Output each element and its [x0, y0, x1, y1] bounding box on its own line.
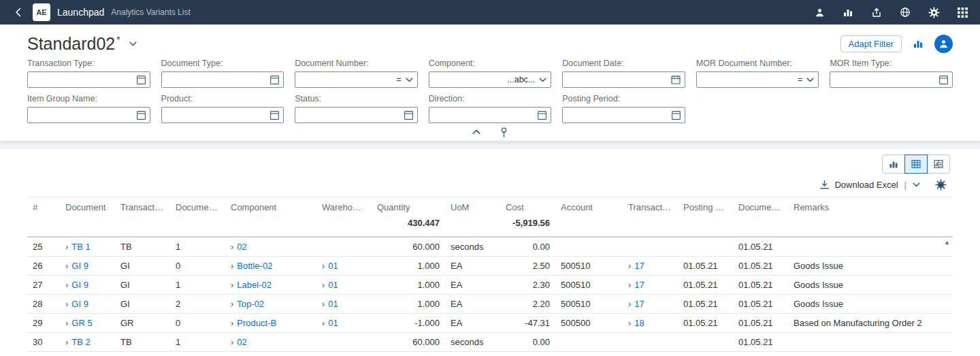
value-help-icon[interactable] — [672, 111, 681, 120]
app-title: Launchpad — [57, 7, 104, 18]
row-index: 28 — [27, 295, 60, 314]
cell-link[interactable]: 17 — [634, 299, 644, 309]
cell-link[interactable]: 02 — [237, 337, 246, 347]
column-header-[interactable]: # — [27, 197, 60, 216]
filter-input-mor-item-type[interactable] — [830, 71, 953, 88]
column-header-document[interactable]: Document... — [170, 197, 225, 216]
table-cell: 1.000 — [372, 257, 445, 276]
filter-input-document-date[interactable] — [562, 71, 685, 88]
table-cell: ›GR 5 — [60, 314, 115, 333]
value-help-icon[interactable] — [939, 76, 948, 84]
cell-link[interactable]: 17 — [634, 261, 644, 271]
filter-input-product[interactable] — [161, 107, 284, 123]
cell-link[interactable]: 01 — [328, 299, 338, 309]
export-icon[interactable] — [870, 5, 883, 19]
value-help-icon[interactable] — [137, 76, 146, 84]
table-view-button[interactable] — [904, 155, 928, 174]
profile-button[interactable] — [934, 35, 953, 53]
page-title[interactable]: Standard02* — [27, 34, 120, 54]
download-menu-chevron-icon[interactable] — [913, 182, 920, 187]
dropdown-icon[interactable] — [806, 78, 814, 82]
table-row[interactable]: 28›GI 9GI2›Top-02›011.000EA2.20500510›17… — [27, 295, 953, 314]
column-header-uom[interactable]: UoM — [445, 197, 500, 216]
cell-link[interactable]: TB 2 — [71, 337, 90, 347]
filter-input-item-group-name[interactable] — [27, 107, 150, 123]
dropdown-icon[interactable] — [406, 78, 413, 82]
cell-link[interactable]: 01 — [328, 261, 338, 271]
column-header-component[interactable]: Component — [225, 197, 316, 216]
collapse-filter-chevron-up-icon[interactable] — [470, 126, 483, 138]
value-help-icon[interactable] — [270, 111, 279, 120]
cell-link[interactable]: Bottle-02 — [237, 261, 272, 271]
operator-label[interactable]: = — [396, 75, 401, 84]
calendar-icon[interactable] — [671, 75, 681, 84]
grid-icon[interactable] — [956, 5, 969, 19]
table-cell: 0 — [170, 257, 225, 276]
scroll-top-icon[interactable]: ▲ — [944, 240, 950, 246]
operator-label[interactable]: = — [798, 75, 802, 84]
table-row[interactable]: 30›TB 2TB1›0260.000seconds0.0001.05.21 — [27, 333, 953, 352]
filter-input-document-number[interactable]: = — [295, 71, 418, 88]
variant-chevron-down-icon[interactable] — [127, 37, 140, 50]
user-icon[interactable] — [813, 5, 826, 19]
filter-input-status[interactable] — [295, 107, 418, 123]
adapt-filter-button[interactable]: Adapt Filter — [840, 35, 902, 52]
chart-view-button[interactable] — [882, 155, 905, 174]
mixed-view-button[interactable] — [927, 155, 950, 174]
value-help-icon[interactable] — [538, 111, 546, 120]
filter-input-direction[interactable] — [429, 107, 552, 123]
column-header-warehouse[interactable]: Warehouse... — [316, 197, 372, 216]
column-header-transaction[interactable]: Transaction... — [115, 197, 170, 216]
cell-link[interactable]: GI 9 — [71, 299, 88, 309]
filter-label: Document Date: — [562, 59, 685, 69]
column-header-remarks[interactable]: Remarks — [788, 197, 953, 216]
value-help-icon[interactable] — [270, 76, 279, 84]
cell-link[interactable]: 02 — [237, 242, 246, 252]
column-header-document[interactable]: Document... — [733, 197, 788, 216]
bar-chart-icon[interactable] — [841, 5, 855, 19]
cell-link[interactable]: GI 9 — [71, 280, 88, 290]
filter-input-document-type[interactable] — [161, 71, 284, 88]
cell-link[interactable]: Label-02 — [237, 280, 272, 290]
filter-input-component[interactable]: ...abc... — [429, 71, 552, 88]
cell-link[interactable]: Product-B — [237, 318, 276, 328]
filter-input-mor-document-number[interactable]: = — [696, 71, 819, 88]
table-row[interactable]: 27›GI 9GI1›Label-02›011.000EA2.30500510›… — [27, 276, 953, 295]
cell-link[interactable]: 01 — [328, 318, 338, 328]
cell-link[interactable]: 01 — [328, 280, 338, 290]
cell-link[interactable]: GI 9 — [71, 261, 88, 271]
column-header-account[interactable]: Account — [555, 197, 623, 216]
column-header-cost[interactable]: Cost — [500, 197, 555, 216]
cell-link[interactable]: GR 5 — [71, 318, 92, 328]
cell-link[interactable]: TB 1 — [71, 242, 90, 252]
cell-link[interactable]: 17 — [634, 280, 644, 290]
pin-filter-icon[interactable] — [497, 126, 510, 138]
dropdown-icon[interactable] — [539, 78, 546, 82]
value-help-icon[interactable] — [404, 111, 413, 120]
column-header-quantity[interactable]: Quantity — [372, 197, 445, 216]
cell-link[interactable]: Top-02 — [237, 299, 264, 309]
chart-icon[interactable] — [910, 35, 926, 52]
filter-input-transaction-type[interactable] — [27, 71, 150, 88]
table-cell: 01.05.21 — [733, 333, 788, 352]
download-excel-button[interactable]: Download Excel | — [819, 180, 920, 190]
back-icon[interactable] — [11, 5, 26, 20]
cell-link[interactable]: 18 — [634, 318, 644, 328]
app-logo[interactable]: AE — [33, 3, 50, 21]
value-help-icon[interactable] — [137, 111, 146, 120]
filter-label: Document Type: — [161, 59, 284, 69]
column-header-posting-date[interactable]: Posting Date — [678, 197, 733, 216]
table-row[interactable]: 25›TB 1TB1›0260.000seconds0.0001.05.21 — [27, 237, 953, 257]
table-row[interactable]: 29›GR 5GR0›Product-B›01-1.000EA-47.31500… — [27, 314, 953, 333]
table-cell — [623, 333, 678, 352]
settings-icon[interactable] — [927, 5, 941, 19]
table-cell: ›17 — [623, 257, 678, 276]
column-header-transaction[interactable]: Transaction... — [623, 197, 678, 216]
table-row[interactable]: 26›GI 9GI0›Bottle-02›011.000EA2.50500510… — [27, 257, 953, 276]
operator-label[interactable]: ...abc... — [507, 75, 535, 84]
table-settings-gear-icon[interactable] — [934, 178, 947, 191]
filter-input-posting-period[interactable] — [562, 107, 685, 123]
globe-icon[interactable] — [898, 5, 912, 19]
column-header-document[interactable]: Document — [60, 197, 115, 216]
expand-chevron-icon: › — [65, 261, 68, 271]
